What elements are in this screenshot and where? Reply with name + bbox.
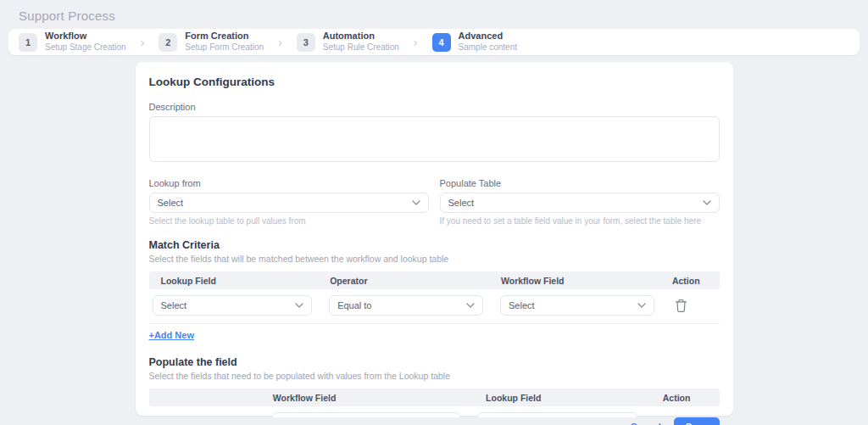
wizard-stepper: 1 Workflow Setup Stage Creation › 2 Form…: [8, 29, 860, 55]
lookup-from-select[interactable]: Select: [149, 193, 429, 213]
column-header: Action: [668, 276, 720, 286]
step-title: Workflow: [45, 31, 126, 42]
card-footer: Cancel Save: [149, 417, 720, 425]
step-text: Automation Setup Rule Creation: [323, 31, 399, 53]
save-button[interactable]: Save: [674, 417, 720, 425]
step-subtitle: Setup Form Creation: [185, 42, 264, 53]
column-header: Lookup Field: [149, 276, 326, 286]
column-header: Workflow Field: [269, 393, 474, 403]
description-label: Description: [149, 102, 720, 112]
step-number-badge: 1: [19, 33, 37, 52]
description-field: Description: [149, 102, 720, 165]
populate-table-helper: If you need to set a table field value i…: [440, 216, 720, 226]
populate-field-table: Workflow Field Lookup Field Action: [149, 389, 720, 417]
step-form-creation[interactable]: 2 Form Creation Setup Form Creation: [159, 31, 264, 53]
step-title: Form Creation: [185, 31, 264, 42]
workflow-field-cell: Select: [497, 295, 668, 316]
step-subtitle: Setup Rule Creation: [323, 42, 399, 53]
populate-table-label: Populate Table: [440, 178, 720, 188]
chevron-down-icon: [703, 200, 711, 205]
chevron-right-icon: ›: [414, 36, 418, 48]
lookup-from-field: Lookup from Select Select the lookup tab…: [149, 178, 429, 226]
table-header: Workflow Field Lookup Field Action: [149, 389, 720, 406]
step-number-badge-active: 4: [432, 33, 451, 52]
table-row: Select Equal to Select: [149, 289, 720, 324]
column-header: Lookup Field: [474, 393, 651, 403]
chevron-down-icon: [637, 303, 646, 308]
lookup-field-select[interactable]: Select: [153, 295, 313, 316]
lookup-selects-row: Lookup from Select Select the lookup tab…: [149, 178, 720, 226]
select-value: Select: [161, 300, 187, 310]
lookup-from-helper: Select the lookup table to pull values f…: [149, 216, 429, 226]
populate-field-heading: Populate the field: [149, 356, 720, 368]
match-criteria-section: Match Criteria Select the fields that wi…: [149, 239, 720, 342]
select-value: Select: [448, 198, 475, 208]
lookup-configurations-card: Lookup Configurations Description Lookup…: [136, 62, 733, 416]
select-value: Equal to: [337, 300, 371, 310]
lookup-field-cell: Select: [149, 295, 326, 316]
step-workflow[interactable]: 1 Workflow Setup Stage Creation: [19, 31, 126, 53]
populate-field-section: Populate the field Select the fields tha…: [149, 356, 720, 417]
column-header: Operator: [326, 276, 497, 286]
workflow-field-select[interactable]: Select: [500, 295, 654, 316]
step-text: Advanced Sample content: [459, 31, 518, 53]
card-title: Lookup Configurations: [149, 75, 720, 88]
column-header: Action: [651, 393, 720, 403]
chevron-right-icon: ›: [278, 36, 282, 48]
step-text: Workflow Setup Stage Creation: [45, 31, 126, 53]
step-number-badge: 2: [159, 33, 177, 52]
column-header: Workflow Field: [497, 276, 668, 286]
step-automation[interactable]: 3 Automation Setup Rule Creation: [297, 31, 399, 53]
step-advanced-active[interactable]: 4 Advanced Sample content: [432, 31, 518, 53]
select-value: Select: [509, 300, 535, 310]
populate-table-field: Populate Table Select If you need to set…: [440, 178, 720, 226]
table-header: Lookup Field Operator Workflow Field Act…: [149, 271, 720, 289]
delete-row-button[interactable]: [675, 299, 687, 313]
chevron-down-icon: [412, 200, 420, 205]
step-text: Form Creation Setup Form Creation: [185, 31, 264, 53]
operator-select[interactable]: Equal to: [329, 295, 483, 316]
step-subtitle: Sample content: [459, 42, 518, 53]
chevron-down-icon: [295, 303, 303, 308]
chevron-right-icon: ›: [141, 36, 145, 48]
lookup-from-label: Lookup from: [149, 178, 429, 188]
match-criteria-heading: Match Criteria: [149, 239, 720, 251]
operator-cell: Equal to: [326, 295, 497, 316]
cancel-button[interactable]: Cancel: [631, 422, 661, 425]
populate-table-select[interactable]: Select: [440, 193, 720, 213]
populate-field-subtext: Select the fields that need to be popula…: [149, 371, 720, 381]
clipped-table-row: [149, 406, 720, 417]
step-number-badge: 3: [297, 33, 315, 52]
table-row: [149, 406, 720, 417]
step-title: Advanced: [459, 31, 518, 42]
match-criteria-subtext: Select the fields that will be matched b…: [149, 254, 720, 264]
chevron-down-icon: [466, 303, 475, 308]
select-value: Select: [158, 198, 184, 208]
add-new-link[interactable]: +Add New: [149, 330, 194, 340]
step-title: Automation: [323, 31, 399, 42]
page-title: Support Process: [19, 8, 868, 23]
step-subtitle: Setup Stage Creation: [45, 42, 126, 53]
match-criteria-table: Lookup Field Operator Workflow Field Act…: [149, 271, 720, 324]
action-cell: [668, 299, 720, 313]
trash-icon: [675, 299, 687, 313]
description-textarea[interactable]: [149, 116, 720, 162]
